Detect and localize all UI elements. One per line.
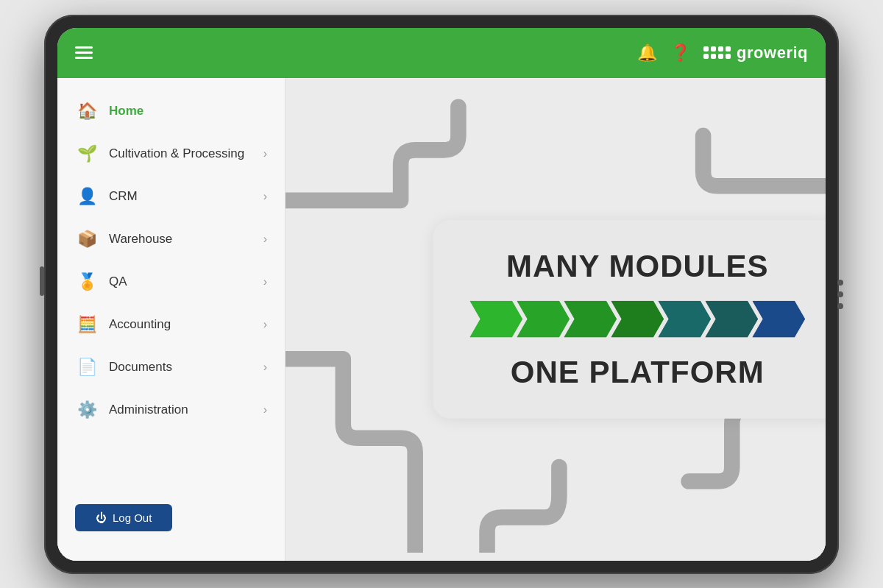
power-button[interactable]: [40, 266, 44, 296]
sidebar-item-documents-label: Documents: [109, 360, 172, 375]
arrow-7: [752, 301, 805, 338]
crm-icon: 👤: [75, 185, 99, 208]
qa-icon: 🏅: [75, 270, 99, 294]
arrows-row: [469, 301, 805, 338]
hamburger-menu[interactable]: [75, 46, 93, 59]
chevron-right-icon-documents: ›: [263, 361, 267, 374]
chevron-right-icon-accounting: ›: [263, 318, 267, 331]
brand-logo: groweriq: [703, 43, 808, 63]
sidebar-item-home[interactable]: 🏠 Home: [57, 90, 285, 132]
sidebar-item-home-label: Home: [109, 104, 143, 118]
power-icon: ⏻: [96, 511, 107, 524]
accounting-icon: 🧮: [75, 313, 99, 336]
top-bar: 🔔 ❓ groweriq: [57, 28, 826, 78]
main-content: 🏠 Home 🌱 Cultivation & Processing › 👤 CR…: [57, 78, 826, 561]
sidebar-item-qa[interactable]: 🏅 QA ›: [57, 261, 285, 303]
sidebar-item-qa-label: QA: [109, 274, 127, 289]
sidebar: 🏠 Home 🌱 Cultivation & Processing › 👤 CR…: [57, 78, 286, 561]
administration-icon: ⚙️: [75, 398, 99, 422]
arrow-3: [564, 301, 617, 338]
arrow-4: [611, 301, 664, 338]
hero-area: MANY MODULES ONE PLATFORM: [286, 78, 826, 561]
brand-name-text: groweriq: [737, 43, 808, 63]
sidebar-item-cultivation[interactable]: 🌱 Cultivation & Processing ›: [57, 132, 285, 175]
top-bar-right: 🔔 ❓ groweriq: [637, 43, 808, 63]
arrow-2: [517, 301, 570, 338]
arrow-6: [705, 301, 758, 338]
chevron-right-icon: ›: [263, 147, 267, 160]
sidebar-item-cultivation-label: Cultivation & Processing: [109, 146, 244, 161]
logout-label: Log Out: [113, 511, 152, 524]
chevron-right-icon-warehouse: ›: [263, 233, 267, 246]
center-card: MANY MODULES ONE PLATFORM: [433, 219, 826, 418]
sidebar-item-crm-label: CRM: [109, 189, 138, 204]
warehouse-icon: 📦: [75, 227, 99, 251]
chevron-right-icon-qa: ›: [263, 275, 267, 288]
cultivation-icon: 🌱: [75, 142, 99, 166]
side-dots: [837, 280, 843, 309]
chevron-right-icon-crm: ›: [263, 190, 267, 203]
home-icon: 🏠: [75, 99, 99, 123]
sidebar-item-administration[interactable]: ⚙️ Administration ›: [57, 389, 285, 431]
logout-area: ⏻ Log Out: [57, 492, 285, 549]
sidebar-item-accounting-label: Accounting: [109, 317, 171, 332]
sidebar-item-warehouse-label: Warehouse: [109, 232, 172, 247]
tablet-screen: 🔔 ❓ groweriq 🏠 Home: [57, 28, 826, 561]
documents-icon: 📄: [75, 355, 99, 379]
help-icon[interactable]: ❓: [670, 43, 690, 63]
card-title-line1: MANY MODULES: [469, 249, 805, 283]
card-title-line2: ONE PLATFORM: [469, 355, 805, 389]
chevron-right-icon-admin: ›: [263, 403, 267, 417]
tablet-frame: 🔔 ❓ groweriq 🏠 Home: [44, 15, 839, 574]
sidebar-item-administration-label: Administration: [109, 403, 188, 417]
sidebar-item-crm[interactable]: 👤 CRM ›: [57, 175, 285, 218]
sidebar-item-documents[interactable]: 📄 Documents ›: [57, 346, 285, 389]
brand-grid-icon: [703, 46, 731, 59]
arrow-5: [658, 301, 711, 338]
arrow-1: [469, 301, 522, 338]
notification-bell-icon[interactable]: 🔔: [637, 43, 657, 63]
sidebar-item-warehouse[interactable]: 📦 Warehouse ›: [57, 218, 285, 261]
logout-button[interactable]: ⏻ Log Out: [75, 504, 172, 531]
sidebar-item-accounting[interactable]: 🧮 Accounting ›: [57, 303, 285, 346]
